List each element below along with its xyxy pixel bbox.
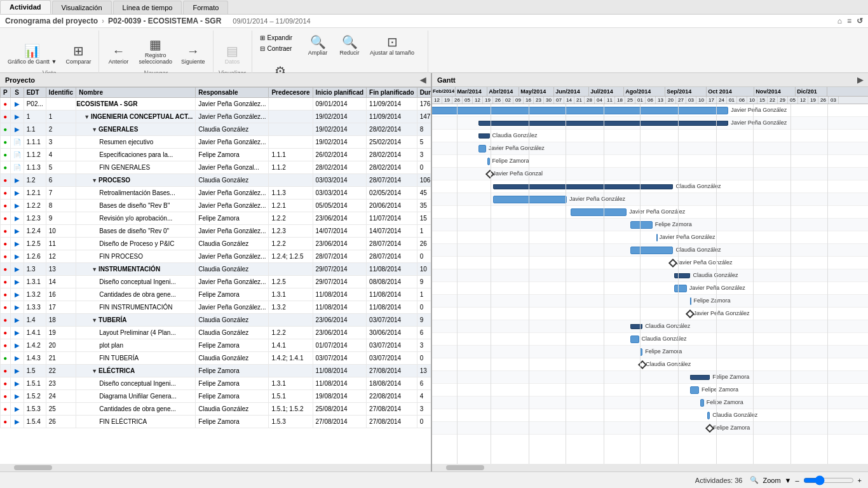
cell-end: 25/02/2014 — [367, 136, 417, 149]
tab-linea-tiempo[interactable]: Línea de tiempo — [113, 1, 182, 14]
cell-name: ▼INGENIERIA CONCEPTUAL ACT... — [76, 111, 196, 123]
project-panel-header: Proyecto ◀ — [0, 73, 431, 87]
project-scrollbar-thumb[interactable] — [14, 465, 52, 470]
collapse-button[interactable]: ⊟ Contraer — [257, 44, 295, 53]
tab-actividad[interactable]: Actividad — [0, 0, 51, 14]
table-row[interactable]: ● 📄 1.1.3 5 FIN GENERALES Javier Peña Go… — [1, 161, 431, 174]
zoom-down-icon[interactable]: ▼ — [785, 477, 792, 484]
table-row[interactable]: ● ▶ 1.5.3 25 Cantidades de obra gene... … — [1, 403, 431, 416]
gantt-bar-label: Claudia González — [712, 412, 757, 418]
cell-end: 11/08/2014 — [367, 288, 417, 301]
cell-start: 09/01/2014 — [313, 98, 367, 111]
tab-visualizacion[interactable]: Visualización — [52, 1, 112, 14]
project-scrollbar-h[interactable] — [0, 464, 431, 471]
cell-resp: Claudia González — [196, 314, 269, 327]
gantt-bar — [432, 107, 728, 114]
date-range: 09/01/2014 – 11/09/2014 — [233, 17, 310, 25]
refresh-icon[interactable]: ↺ — [857, 17, 863, 25]
gantt-day: 10 — [747, 97, 757, 104]
cell-pred: 1.2.4; 1.2.5 — [269, 250, 313, 263]
cell-resp: Claudia González — [196, 174, 269, 187]
table-row[interactable]: ● ▶ 1.5 22 ▼ELÉCTRICA Felipe Zamora 11/0… — [1, 365, 431, 377]
selected-record-button[interactable]: ▦ Registroseleccionado — [136, 36, 175, 67]
cell-start: 19/02/2014 — [313, 136, 367, 149]
table-row[interactable]: ● ▶ 1.2.5 11 Diseño de Proceso y P&IC Cl… — [1, 238, 431, 250]
gantt-bar — [630, 247, 673, 254]
table-row[interactable]: ● ▶ 1.2.1 7 Retroalimentación Bases... J… — [1, 187, 431, 200]
table-row[interactable]: ● ▶ 1.2.2 8 Bases de diseño "Rev B" Javi… — [1, 200, 431, 212]
project-table-wrapper[interactable]: P S EDT Identific Nombre Responsable Pre… — [0, 87, 431, 464]
table-row[interactable]: ● ▶ P02... ECOSISTEMA - SGR Javier Peña … — [1, 98, 431, 111]
cell-s: ▶ — [10, 187, 24, 200]
gantt-row: Felipe Zamora — [432, 155, 868, 168]
zoom-slider[interactable] — [803, 475, 854, 485]
cell-dur: 45 — [417, 187, 431, 200]
gantt-day: 21 — [574, 97, 585, 104]
table-row[interactable]: ● ▶ 1.2.3 9 Revisión y/o aprobación... F… — [1, 212, 431, 225]
cell-dur: 0 — [417, 250, 431, 263]
gantt-timeline[interactable]: Feb/2014 Mar/2014 Abr/2014 May/2014 Jun/… — [432, 87, 868, 471]
table-row[interactable]: ● ▶ 1.2.6 12 FIN PROCESO Javier Peña Gon… — [1, 250, 431, 263]
gantt-chart-button[interactable]: 📊 Gráfico de Gantt ▼ — [5, 42, 59, 67]
fit-button[interactable]: ⊡ Ajustar al tamaño — [367, 33, 417, 58]
table-row[interactable]: ● ▶ 1.2 6 ▼PROCESO Claudia González 03/0… — [1, 174, 431, 187]
table-row[interactable]: ● ▶ 1.5.2 24 Diagrama Unifilar Genera...… — [1, 390, 431, 403]
gantt-body[interactable]: Javier Peña GonzálezJavier Peña González… — [432, 104, 868, 464]
cell-start: 29/07/2014 — [313, 276, 367, 288]
cell-end: 18/08/2014 — [367, 377, 417, 390]
cell-pred — [269, 111, 313, 123]
table-row[interactable]: ● ▶ 1.4.1 19 Layout Preliminar (4 Plan..… — [1, 327, 431, 339]
zoom-minus-btn[interactable]: – — [795, 477, 799, 484]
home-icon[interactable]: ⌂ — [837, 17, 842, 25]
project-panel-collapse-btn[interactable]: ◀ — [420, 76, 426, 85]
cell-dur: 6 — [417, 377, 431, 390]
cell-end: 14/07/2014 — [367, 225, 417, 238]
data-button[interactable]: ▤ Datos — [219, 42, 247, 67]
table-row[interactable]: ● ▶ 1.3 13 ▼INSTRUMENTACIÓN Claudia Gonz… — [1, 263, 431, 276]
cell-id: 10 — [46, 225, 76, 238]
zoom-plus-btn[interactable]: + — [858, 477, 862, 484]
cell-dur: 176 — [417, 98, 431, 111]
gantt-scrollbar-thumb[interactable] — [446, 465, 484, 470]
zoom-out-button[interactable]: 🔍 Reducir — [336, 33, 363, 58]
table-row[interactable]: ● ▶ 1.5.4 26 FIN ELÉCTRICA Felipe Zamora… — [1, 416, 431, 428]
cell-edt: 1.3 — [24, 263, 46, 276]
table-row[interactable]: ● ▶ 1.3.3 17 FIN INSTRUMENTACIÓN Javier … — [1, 301, 431, 314]
cell-pred — [269, 174, 313, 187]
table-row[interactable]: ● 📄 1.1.1 3 Resumen ejecutivo Javier Peñ… — [1, 136, 431, 149]
cell-s: ▶ — [10, 365, 24, 377]
gantt-row: Claudia González — [432, 333, 868, 346]
table-row[interactable]: ● ▶ 1.2.4 10 Bases de diseño "Rev 0" Jav… — [1, 225, 431, 238]
prev-button[interactable]: ← Anterior — [104, 42, 132, 67]
statusbar: Actividades: 36 🔍 Zoom ▼ – + — [0, 471, 868, 488]
table-row[interactable]: ● ▶ 1.4.2 20 plot plan Felipe Zamora 1.4… — [1, 339, 431, 352]
table-row[interactable]: ● ▶ 1.3.2 16 Cantidades de obra gene... … — [1, 288, 431, 301]
gantt-bar-label: Claudia González — [645, 323, 690, 329]
cell-resp: Claudia González — [196, 123, 269, 136]
gantt-day: 19 — [808, 97, 818, 104]
table-row[interactable]: ● ▶ 1.3.1 14 Diseño conceptual Ingeni...… — [1, 276, 431, 288]
table-row[interactable]: ● 📄 1.1.2 4 Especificaciones para la... … — [1, 149, 431, 161]
table-row[interactable]: ● ▶ 1 1 ▼INGENIERIA CONCEPTUAL ACT... Ja… — [1, 111, 431, 123]
gantt-expand-btn[interactable]: ▶ — [857, 76, 863, 85]
table-row[interactable]: ● ▶ 1.5.1 23 Diseño conceptual Ingeni...… — [1, 377, 431, 390]
table-row[interactable]: ● ▶ 1.4 18 ▼TUBERÍA Claudia González 23/… — [1, 314, 431, 327]
next-button[interactable]: → Siguiente — [179, 42, 208, 67]
cell-p: ● — [1, 352, 11, 365]
zoom-control[interactable]: 🔍 Zoom ▼ – + — [750, 475, 862, 485]
cell-id: 26 — [46, 416, 76, 428]
tab-formato[interactable]: Formato — [183, 1, 228, 14]
gantt-bar-label: Javier Peña González — [693, 310, 749, 316]
table-row[interactable]: ● ▶ 1.1 2 ▼GENERALES Claudia González 19… — [1, 123, 431, 136]
cell-s: ▶ — [10, 390, 24, 403]
zoom-in-button[interactable]: 🔍 Ampliar — [304, 33, 332, 58]
gantt-scrollbar-h[interactable] — [432, 464, 868, 471]
cell-name: Retroalimentación Bases... — [76, 187, 196, 200]
list-icon[interactable]: ≡ — [847, 17, 851, 25]
expand-button[interactable]: ⊞ Expandir — [257, 33, 295, 43]
gantt-bar-label: Javier Peña González — [489, 145, 545, 151]
compare-button[interactable]: ⊞ Comparar — [63, 42, 93, 67]
cell-end: 28/02/2014 — [367, 161, 417, 174]
table-row[interactable]: ● ▶ 1.4.3 21 FIN TUBERÍA Claudia Gonzále… — [1, 352, 431, 365]
zoom-icon: 🔍 — [750, 476, 759, 484]
